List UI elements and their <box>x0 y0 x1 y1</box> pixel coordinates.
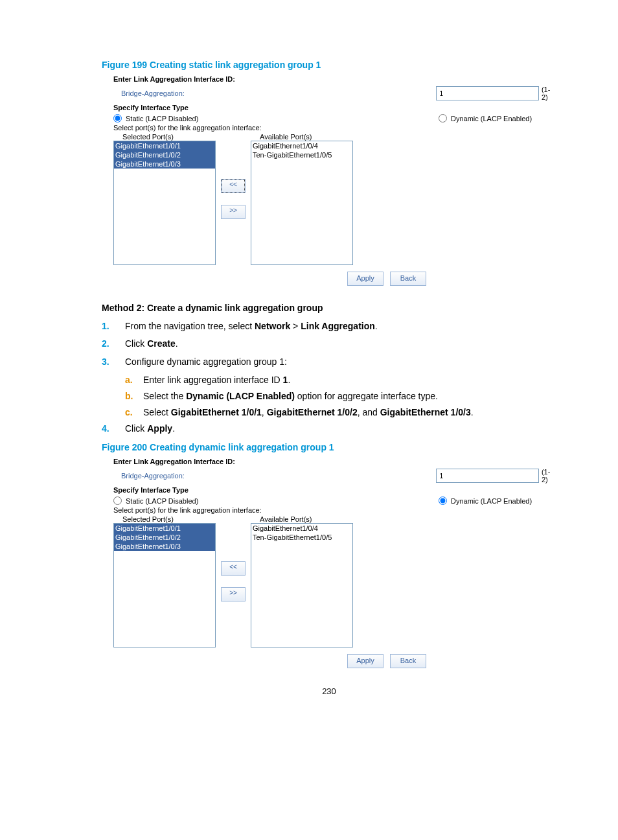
figure-199-caption: Figure 199 Creating static link aggregat… <box>102 60 556 70</box>
list-item[interactable]: GigabitEthernet1/0/4 <box>251 524 352 533</box>
list-item[interactable]: GigabitEthernet1/0/2 <box>114 150 215 159</box>
list-item[interactable]: Ten-GigabitEthernet1/0/5 <box>251 150 352 159</box>
step-3a-text: Enter link aggregation interface ID 1. <box>143 373 290 387</box>
select-ports-label: Select port(s) for the link aggregation … <box>113 124 556 132</box>
step-number: 1. <box>102 320 125 334</box>
back-button[interactable]: Back <box>390 654 426 668</box>
list-item[interactable]: GigabitEthernet1/0/4 <box>251 141 352 150</box>
aggregation-id-input[interactable] <box>436 86 539 100</box>
substep-letter: c. <box>125 406 143 419</box>
step-4-text: Click Apply. <box>125 422 175 436</box>
available-ports-list[interactable]: GigabitEthernet1/0/4 Ten-GigabitEthernet… <box>251 141 353 265</box>
dynamic-radio[interactable] <box>439 496 447 505</box>
dynamic-label: Dynamic (LACP Enabled) <box>451 497 532 505</box>
bridge-aggregation-label: Bridge-Aggregation: <box>113 472 436 480</box>
figure-200-form: Enter Link Aggregation Interface ID: Bri… <box>113 458 556 668</box>
method-2-heading: Method 2: Create a dynamic link aggregat… <box>102 301 556 316</box>
figure-200-caption: Figure 200 Creating dynamic link aggrega… <box>102 442 556 452</box>
step-3-text: Configure dynamic aggregation group 1: <box>125 355 287 369</box>
list-item[interactable]: GigabitEthernet1/0/2 <box>114 533 215 542</box>
specify-interface-type-label: Specify Interface Type <box>113 104 556 111</box>
back-button[interactable]: Back <box>390 272 426 286</box>
move-left-button[interactable]: << <box>221 179 246 193</box>
list-item[interactable]: GigabitEthernet1/0/1 <box>114 524 215 533</box>
enter-id-label: Enter Link Aggregation Interface ID: <box>113 75 556 83</box>
figure-199-form: Enter Link Aggregation Interface ID: Bri… <box>113 75 556 286</box>
step-2-text: Click Create. <box>125 337 178 351</box>
enter-id-label: Enter Link Aggregation Interface ID: <box>113 458 556 465</box>
available-ports-header: Available Port(s) <box>251 515 353 523</box>
select-ports-label: Select port(s) for the link aggregation … <box>113 506 556 514</box>
apply-button[interactable]: Apply <box>347 272 383 286</box>
selected-ports-header: Selected Port(s) <box>113 515 216 523</box>
step-number: 2. <box>102 337 125 351</box>
step-3b-text: Select the Dynamic (LACP Enabled) option… <box>143 390 438 403</box>
list-item[interactable]: GigabitEthernet1/0/1 <box>114 141 215 150</box>
page-number: 230 <box>102 686 556 696</box>
dynamic-radio[interactable] <box>439 114 447 122</box>
id-range-hint: (1-2) <box>539 468 556 484</box>
id-range-hint: (1-2) <box>539 86 556 101</box>
move-right-button[interactable]: >> <box>221 205 246 219</box>
selected-ports-list[interactable]: GigabitEthernet1/0/1 GigabitEthernet1/0/… <box>113 141 216 265</box>
list-item[interactable]: GigabitEthernet1/0/3 <box>114 542 215 551</box>
step-1-text: From the navigation tree, select Network… <box>125 320 378 334</box>
static-label: Static (LACP Disabled) <box>126 115 198 122</box>
aggregation-id-input[interactable] <box>436 469 539 483</box>
move-left-button[interactable]: << <box>221 561 246 576</box>
static-radio[interactable] <box>113 114 122 122</box>
specify-interface-type-label: Specify Interface Type <box>113 486 556 494</box>
selected-ports-list[interactable]: GigabitEthernet1/0/1 GigabitEthernet1/0/… <box>113 523 216 648</box>
bridge-aggregation-label: Bridge-Aggregation: <box>113 89 436 97</box>
apply-button[interactable]: Apply <box>347 654 383 668</box>
move-right-button[interactable]: >> <box>221 587 246 601</box>
static-label: Static (LACP Disabled) <box>126 497 198 505</box>
available-ports-list[interactable]: GigabitEthernet1/0/4 Ten-GigabitEthernet… <box>251 523 353 648</box>
selected-ports-header: Selected Port(s) <box>113 133 216 141</box>
substep-letter: b. <box>125 390 143 403</box>
step-3c-text: Select GigabitEthernet 1/0/1, GigabitEth… <box>143 406 474 419</box>
substep-letter: a. <box>125 373 143 387</box>
list-item[interactable]: Ten-GigabitEthernet1/0/5 <box>251 533 352 542</box>
static-radio[interactable] <box>113 496 122 505</box>
available-ports-header: Available Port(s) <box>251 133 353 141</box>
dynamic-label: Dynamic (LACP Enabled) <box>451 115 532 122</box>
step-number: 4. <box>102 422 125 436</box>
step-number: 3. <box>102 355 125 369</box>
list-item[interactable]: GigabitEthernet1/0/3 <box>114 159 215 169</box>
